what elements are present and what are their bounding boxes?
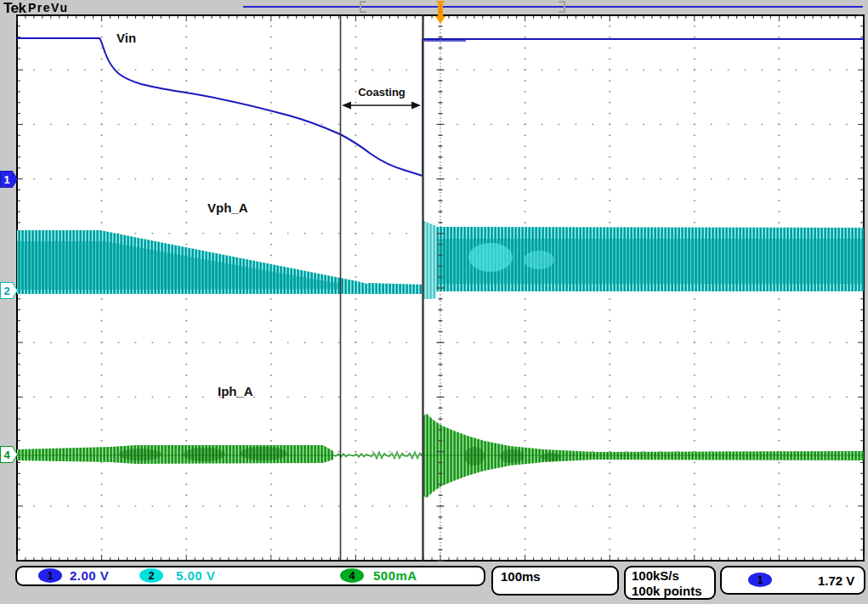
acquisition-mode-label: PreVu — [28, 1, 68, 14]
timebase-value: 100ms — [501, 569, 541, 584]
oscilloscope-display — [0, 0, 868, 604]
ch2-scale-readout: 5.00 V — [176, 568, 215, 583]
sample-rate-value: 100kS/s — [632, 568, 679, 583]
tek-logo: Tek — [3, 0, 26, 17]
coasting-annotation: Coasting — [343, 86, 421, 99]
acquisition-readout: 100kS/s 100k points — [624, 566, 716, 600]
ch1-scale-readout: 2.00 V — [70, 568, 109, 583]
trace-label-vin: Vin — [116, 31, 136, 45]
ch4-badge[interactable]: 4 — [340, 568, 364, 583]
record-length-value: 100k points — [632, 584, 702, 598]
ch2-badge[interactable]: 2 — [139, 568, 163, 583]
trigger-level-value: 1.72 V — [818, 573, 854, 588]
ch4-scale-readout: 500mA — [373, 568, 417, 583]
ch1-badge[interactable]: 1 — [38, 568, 62, 583]
trace-label-vph-a: Vph_A — [207, 200, 248, 215]
trigger-source-badge[interactable]: 1 — [748, 573, 772, 587]
trace-label-iph-a2: Iph_A — [218, 384, 253, 398]
timebase-readout: 100ms — [491, 566, 619, 596]
trigger-readout: 1 1.72 V — [720, 566, 865, 595]
channel-scales-readout: 1 2.00 V 2 5.00 V 4 500mA — [15, 566, 485, 586]
